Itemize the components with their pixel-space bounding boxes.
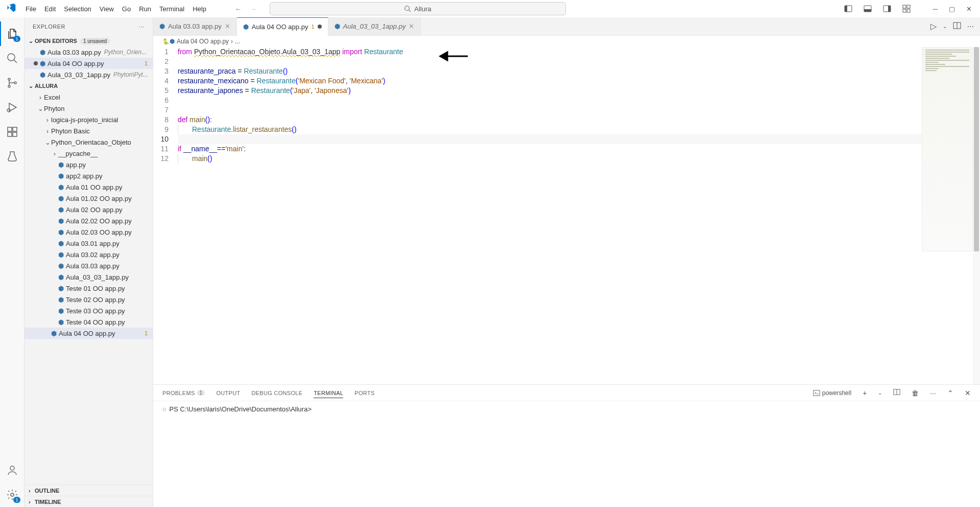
tree-folder[interactable]: ›logica-js-projeto_inicial xyxy=(25,114,153,125)
close-tab-icon[interactable]: ✕ xyxy=(225,22,230,30)
editor-tab[interactable]: ⬢Aula_03_03_1app.py✕ xyxy=(328,17,421,35)
code-line[interactable]: restaurante_mexicano = Restaurante('Mexi… xyxy=(178,76,980,86)
code-line[interactable]: if __name__=='main': xyxy=(178,144,980,154)
menu-terminal[interactable]: Terminal xyxy=(155,3,188,15)
terminal-dropdown[interactable]: ⌄ xyxy=(878,390,882,396)
code-line[interactable]: Restaurante.listar_restaurantes() xyxy=(178,125,980,134)
panel-tab-problems[interactable]: PROBLEMS1 xyxy=(162,390,205,396)
panel-close-button[interactable]: ✕ xyxy=(965,389,971,397)
python-icon: ⬢ xyxy=(243,23,249,31)
open-editor-item[interactable]: ⬢Aula 04 OO app.py1 xyxy=(25,58,153,69)
split-terminal-button[interactable] xyxy=(893,388,900,397)
terminal-body[interactable]: PS C:\Users\laris\OneDrive\Documentos\Al… xyxy=(153,401,980,507)
code-line[interactable] xyxy=(178,105,980,115)
open-editor-item[interactable]: ⬢Aula_03_03_1app.pyPhyton\Pyt... xyxy=(25,69,153,80)
tree-folder[interactable]: ›Excel xyxy=(25,91,153,103)
tree-folder[interactable]: ›Phyton Basic xyxy=(25,125,153,136)
terminal-shell-label[interactable]: powershell xyxy=(813,389,851,397)
nav-forward-button[interactable]: → xyxy=(246,3,260,15)
code-line[interactable]: restaurante_praca = Restaurante() xyxy=(178,66,980,76)
code-line[interactable]: main() xyxy=(178,154,980,164)
tree-file[interactable]: ⬢Aula 03.02 app.py xyxy=(25,249,153,260)
folder-header[interactable]: ⌄ ALLURA xyxy=(25,80,153,91)
kill-terminal-button[interactable]: 🗑 xyxy=(912,389,919,397)
code-line[interactable]: from Python_Orientacao_Objeto.Aula_03_03… xyxy=(178,47,980,57)
python-icon: ⬢ xyxy=(334,22,340,30)
tree-folder[interactable]: ›__pycache__ xyxy=(25,148,153,159)
tree-file[interactable]: ⬢Aula 03.01 app.py xyxy=(25,238,153,249)
activity-testing[interactable] xyxy=(0,144,25,169)
activity-explorer[interactable]: 1 xyxy=(0,21,25,46)
window-maximize-button[interactable]: ▢ xyxy=(944,3,960,15)
code-line[interactable] xyxy=(178,96,980,105)
minimap[interactable] xyxy=(922,47,973,251)
tree-folder[interactable]: ⌄Phyton xyxy=(25,103,153,114)
panel-more-button[interactable]: ··· xyxy=(930,389,936,397)
window-minimize-button[interactable]: ─ xyxy=(928,3,943,15)
editor-more-button[interactable]: ··· xyxy=(967,22,974,31)
editor-scrollbar[interactable] xyxy=(973,47,980,384)
activity-search[interactable] xyxy=(0,46,25,71)
outline-header[interactable]: ›OUTLINE xyxy=(25,485,153,496)
menu-selection[interactable]: Selection xyxy=(60,3,95,15)
run-dropdown[interactable]: ⌄ xyxy=(943,24,947,29)
tree-file[interactable]: ⬢Teste 03 OO app.py xyxy=(25,305,153,316)
editor-tab[interactable]: ⬢Aula 04 OO app.py1 xyxy=(237,17,328,36)
tree-file[interactable]: ⬢app2 app.py xyxy=(25,170,153,181)
command-center-search[interactable]: Allura xyxy=(270,2,566,15)
panel-tab-terminal[interactable]: TERMINAL xyxy=(314,390,343,398)
activity-extensions[interactable] xyxy=(0,120,25,144)
tree-file[interactable]: ⬢Aula 02 OO app.py xyxy=(25,204,153,215)
activity-run-debug[interactable] xyxy=(0,95,25,120)
tree-file[interactable]: ⬢Aula 01.02 OO app.py xyxy=(25,193,153,204)
open-editors-header[interactable]: ⌄ OPEN EDITORS 1 unsaved xyxy=(25,35,153,47)
split-editor-button[interactable] xyxy=(953,21,961,32)
toggle-primary-sidebar-icon[interactable] xyxy=(839,3,857,15)
code-editor[interactable]: 123456789101112 from Python_Orientacao_O… xyxy=(153,47,980,384)
menu-file[interactable]: File xyxy=(21,3,40,15)
panel-maximize-button[interactable]: ⌃ xyxy=(947,389,953,397)
breadcrumb[interactable]: ⬢ Aula 04 OO app.py › ... xyxy=(153,36,980,47)
nav-back-button[interactable]: ← xyxy=(231,3,246,15)
window-close-button[interactable]: ✕ xyxy=(961,3,977,15)
tree-file[interactable]: ⬢Aula 04 OO app.py1 xyxy=(25,328,153,339)
code-content[interactable]: from Python_Orientacao_Objeto.Aula_03_03… xyxy=(178,47,980,384)
tree-file[interactable]: ⬢Teste 02 OO app.py xyxy=(25,294,153,305)
tree-file[interactable]: ⬢Teste 04 OO app.py xyxy=(25,316,153,328)
close-tab-icon[interactable]: ✕ xyxy=(409,22,414,30)
menu-view[interactable]: View xyxy=(95,3,118,15)
activity-settings[interactable]: 1 xyxy=(0,482,25,507)
editor-tabs: ⬢Aula 03.03 app.py✕⬢Aula 04 OO app.py1⬢A… xyxy=(153,17,980,36)
code-line[interactable]: def main(): xyxy=(178,115,980,125)
customize-layout-icon[interactable] xyxy=(897,3,916,15)
code-line[interactable] xyxy=(178,134,980,144)
new-terminal-button[interactable]: + xyxy=(863,389,867,397)
menu-go[interactable]: Go xyxy=(118,3,135,15)
tree-file[interactable]: ⬢Aula 03.03 app.py xyxy=(25,260,153,271)
activity-source-control[interactable] xyxy=(0,71,25,95)
menu-edit[interactable]: Edit xyxy=(40,3,60,15)
timeline-header[interactable]: ›TIMELINE xyxy=(25,496,153,507)
tree-file[interactable]: ⬢Aula 02.02 OO app.py xyxy=(25,215,153,226)
open-editor-item[interactable]: ⬢Aula 03.03 app.pyPython_Orien... xyxy=(25,47,153,58)
menu-run[interactable]: Run xyxy=(135,3,155,15)
code-line[interactable] xyxy=(178,57,980,66)
editor-tab[interactable]: ⬢Aula 03.03 app.py✕ xyxy=(153,17,237,35)
tree-file[interactable]: ⬢Teste 01 OO app.py xyxy=(25,283,153,294)
activity-accounts[interactable] xyxy=(0,458,25,482)
menu-help[interactable]: Help xyxy=(188,3,210,15)
toggle-panel-icon[interactable] xyxy=(858,3,877,15)
panel-tab-ports[interactable]: PORTS xyxy=(354,390,374,396)
tree-file[interactable]: ⬢app.py xyxy=(25,159,153,170)
main-area: 1 1 EXPLORER ··· ⌄ OPEN EDITORS 1 unsave… xyxy=(0,17,980,507)
panel-tab-debug-console[interactable]: DEBUG CONSOLE xyxy=(251,390,302,396)
tree-file[interactable]: ⬢Aula 02.03 OO app.py xyxy=(25,226,153,238)
tree-file[interactable]: ⬢Aula_03_03_1app.py xyxy=(25,271,153,283)
tree-folder[interactable]: ⌄Python_Orientacao_Objeto xyxy=(25,136,153,148)
toggle-secondary-sidebar-icon[interactable] xyxy=(878,3,896,15)
sidebar-more-button[interactable]: ··· xyxy=(139,24,145,30)
code-line[interactable]: restaurante_japones = Restaurante('Japa'… xyxy=(178,86,980,96)
run-button[interactable]: ▷ xyxy=(930,21,937,31)
panel-tab-output[interactable]: OUTPUT xyxy=(216,390,240,396)
tree-file[interactable]: ⬢Aula 01 OO app.py xyxy=(25,181,153,193)
